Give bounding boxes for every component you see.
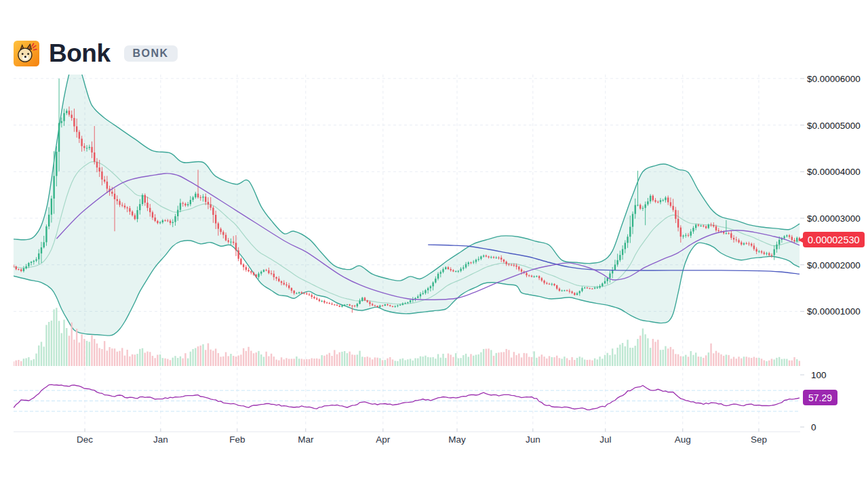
rsi-value-badge: 57.29 — [803, 390, 837, 405]
chart-canvas[interactable] — [0, 0, 868, 488]
month-label: Apr — [376, 434, 390, 445]
month-label: May — [448, 434, 466, 445]
rsi-axis-min-label: 0 — [811, 422, 816, 432]
month-label: Sep — [751, 434, 767, 445]
price-axis-label: $0.00003000 — [807, 213, 861, 223]
rsi-axis-max-label: 100 — [811, 370, 827, 380]
price-chart-area: $0.00006000$0.00005000$0.00004000$0.0000… — [0, 0, 868, 488]
price-axis-label: $0.00001000 — [807, 306, 861, 317]
price-axis-label: $0.00004000 — [807, 167, 861, 177]
bonk-price-page: Bonk BONK $0.00006000$0.00005000$0.00004… — [0, 0, 868, 488]
month-label: Jan — [153, 434, 168, 445]
price-axis-label: $0.00002000 — [807, 260, 861, 270]
month-label: Feb — [229, 434, 245, 445]
price-axis-label: $0.00005000 — [807, 120, 861, 130]
last-price-badge: 0.00002530 — [803, 232, 865, 247]
month-label: Aug — [675, 434, 691, 445]
month-label: Dec — [77, 434, 93, 445]
month-label: Mar — [298, 434, 313, 445]
month-label: Jun — [526, 434, 540, 445]
price-axis-label: $0.00006000 — [807, 73, 861, 83]
month-label: Jul — [599, 434, 611, 445]
